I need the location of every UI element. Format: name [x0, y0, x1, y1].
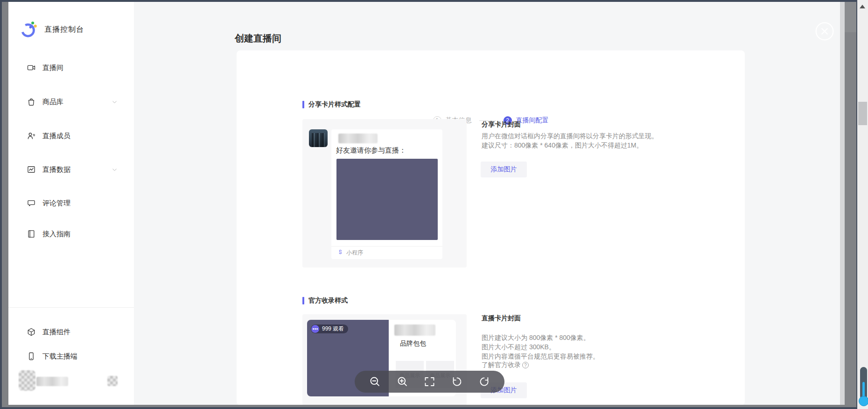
user-avatar: [19, 370, 35, 391]
official-listing-link[interactable]: 了解官方收录 ?: [482, 361, 529, 369]
mini-program-footer: 小程序: [337, 249, 363, 257]
wechat-share-card: 好友邀请你参与直播： 小程序: [331, 129, 442, 259]
zoom-in-icon[interactable]: [396, 375, 409, 388]
share-cover-title: 分享卡片封面: [482, 120, 521, 129]
thermometer-cursor-icon: [859, 367, 868, 408]
mini-program-icon: [337, 250, 343, 256]
data-chart-icon: [27, 165, 36, 174]
viewer-count-text: 999 观看: [322, 325, 344, 333]
share-cover-description: 用户在微信对话框内分享的直播间将以分享卡片的形式呈现。 建议尺寸：800像素 *…: [482, 131, 658, 150]
sidebar-item-label: 商品库: [42, 98, 63, 106]
fullscreen-icon[interactable]: [423, 375, 436, 388]
invite-text: 好友邀请你参与直播：: [336, 146, 406, 155]
sidebar-item-live-data[interactable]: 直播数据: [27, 163, 118, 176]
window-frame-left-gray: [2, 2, 8, 407]
live-cover-line2: 图片大小不超过 300KB。: [482, 342, 599, 352]
live-cover-description: 图片建议大小为 800像素 * 800像素。 图片大小不超过 300KB。 图片…: [482, 333, 599, 361]
guide-book-icon: [27, 229, 36, 239]
outer-scrollbar-thumb[interactable]: [858, 102, 867, 125]
section-header-share-card: 分享卡片样式配置: [302, 100, 361, 109]
sidebar-item-live-room[interactable]: 直播间: [27, 62, 118, 74]
window-frame-left: [0, 0, 2, 409]
live-cover-line3: 图片内容遵循平台规范后更容易被推荐。: [482, 352, 599, 361]
chevron-down-icon[interactable]: [111, 99, 118, 106]
user-extra-blur: [107, 376, 118, 386]
sidebar-item-label: 直播数据: [42, 165, 70, 174]
sidebar-item-download-anchor-app[interactable]: 下载主播端: [27, 350, 118, 362]
members-icon: [27, 131, 36, 141]
rotate-left-icon[interactable]: [451, 375, 463, 388]
share-card-preview-panel: 好友邀请你参与直播： 小程序: [302, 119, 467, 268]
create-live-room-card: 1 基本信息 2 直播间配置 分享卡片样式配置 好友邀请你参与直播：: [237, 50, 745, 405]
sidebar-divider: [8, 307, 134, 308]
app-logo-icon: [20, 21, 38, 38]
chevron-down-icon[interactable]: [111, 166, 118, 173]
comment-icon: [27, 198, 36, 208]
share-cover-placeholder: [336, 159, 438, 240]
outer-scrollbar-track[interactable]: [857, 0, 868, 409]
live-cover-title: 直播卡片封面: [482, 314, 521, 323]
screen: 直播控制台 直播间 商品库 直播成员: [0, 0, 868, 409]
app-title: 直播控制台: [44, 25, 84, 35]
app-logo-row: 直播控制台: [20, 21, 84, 38]
scroll-up-arrow-icon[interactable]: [860, 5, 865, 8]
step-label: 直播间配置: [516, 116, 549, 125]
sidebar-item-label: 直播成员: [42, 132, 70, 141]
sidebar: 直播控制台 直播间 商品库 直播成员: [8, 2, 134, 405]
zoom-out-icon[interactable]: [369, 375, 381, 388]
window-frame-top: [0, 0, 868, 2]
sidebar-item-label: 下载主播端: [42, 352, 77, 361]
question-circle-icon[interactable]: ?: [522, 362, 529, 368]
section-accent-bar: [302, 101, 304, 108]
sidebar-item-live-members[interactable]: 直播成员: [27, 130, 118, 142]
sidebar-item-label: 评论管理: [42, 199, 70, 208]
mini-program-label: 小程序: [346, 249, 363, 257]
section-header-official-listing: 官方收录样式: [302, 296, 348, 305]
live-card-name: 品牌包包: [400, 339, 426, 348]
window-frame-bottom: [0, 407, 868, 409]
sidebar-item-label: 直播组件: [42, 328, 70, 337]
section-accent-bar: [302, 297, 304, 304]
close-button[interactable]: [815, 21, 834, 41]
sidebar-user-row[interactable]: [8, 366, 134, 399]
chat-avatar-image: [309, 129, 328, 147]
chat-sender-name-blur: [338, 134, 378, 143]
live-cover-line1: 图片建议大小为 800像素 * 800像素。: [482, 333, 599, 342]
page-title: 创建直播间: [235, 32, 281, 45]
inner-scrollbar-thumb[interactable]: [845, 2, 856, 405]
live-dots-icon: [311, 325, 319, 333]
inner-scrollbar-track[interactable]: [840, 2, 845, 405]
close-circle-icon: [815, 21, 834, 41]
sidebar-item-comment-management[interactable]: 评论管理: [27, 197, 118, 209]
live-card-title-blur: [394, 324, 435, 336]
sidebar-item-label: 接入指南: [42, 230, 70, 239]
sidebar-item-live-components[interactable]: 直播组件: [27, 326, 118, 338]
share-cover-line2: 建议尺寸：800像素 * 640像素，图片大小不得超过1M。: [482, 141, 658, 150]
share-cover-line1: 用户在微信对话框内分享的直播间将以分享卡片的形式呈现。: [482, 131, 658, 141]
rotate-right-icon[interactable]: [478, 375, 490, 388]
image-viewer-toolbar: [355, 371, 504, 393]
phone-icon: [27, 352, 36, 361]
shopping-bag-icon: [27, 97, 36, 106]
user-name-blur: [36, 377, 68, 386]
cube-icon: [27, 327, 36, 337]
card-divider: [331, 246, 442, 247]
sidebar-item-label: 直播间: [42, 63, 63, 72]
video-camera-icon: [27, 63, 36, 72]
sidebar-item-product-library[interactable]: 商品库: [27, 96, 118, 108]
add-image-button-share[interactable]: 添加图片: [481, 162, 527, 177]
viewer-count-badge: 999 观看: [311, 324, 348, 333]
sidebar-item-integration-guide[interactable]: 接入指南: [27, 228, 118, 240]
